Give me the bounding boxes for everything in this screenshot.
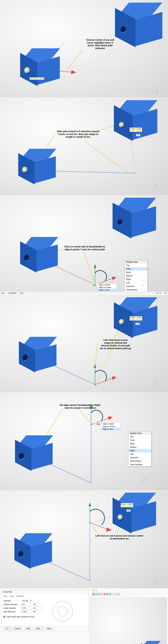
help-button[interactable]: Help — [24, 627, 33, 630]
tool-icon[interactable] — [98, 593, 100, 595]
align-label: Align — [95, 422, 102, 426]
wt-label: Wall Thickness — [3, 611, 20, 613]
tab-setup[interactable]: Setup — [9, 595, 14, 597]
more-button[interactable]: More... — [45, 627, 55, 630]
menu-bottom[interactable]: Bottom — [125, 274, 148, 278]
dyna-handle-ball[interactable] — [90, 424, 92, 425]
menu-top[interactable]: Top — [125, 264, 148, 267]
angle-readout: DZ Ang = 0.0000 — [29, 77, 44, 80]
view-context-menu[interactable]: Display View Top Front Back Bottom Right… — [128, 432, 152, 466]
svg-marker-20 — [94, 364, 96, 368]
align-submenu[interactable]: Align Align to World Align to CPlane Ali… — [97, 283, 117, 291]
toolbar[interactable] — [91, 592, 121, 596]
align-to-world[interactable]: Align to World — [98, 284, 117, 286]
standard-select[interactable]: No Std — [21, 599, 32, 602]
svg-marker-15 — [112, 277, 117, 280]
ctrl-indicator: Ctrl — [126, 510, 131, 512]
menu-isometric[interactable]: Isometric — [128, 456, 151, 460]
align-to-view[interactable]: Align to View — [98, 289, 117, 291]
svg-line-21 — [96, 378, 113, 384]
svg-line-17 — [84, 251, 94, 281]
length-angle-tag: Length = 4.4462Angle = 0.0000 — [130, 128, 142, 132]
menu-display-view[interactable]: Display View — [125, 260, 148, 264]
chain-select-label: Chain select pipe centerline curves — [6, 616, 34, 618]
svg-line-41 — [92, 526, 99, 536]
menu-right[interactable]: Right — [128, 449, 151, 452]
wt-input[interactable] — [21, 610, 32, 613]
panel-4: Left click Green arrow snaps to vertical… — [0, 295, 168, 393]
menu-bottom[interactable]: Bottom — [128, 446, 151, 449]
tab-pipe[interactable]: Pipe — [3, 595, 7, 597]
edit-button[interactable]: Edit... — [34, 627, 43, 630]
panel-6: Left click on red X arrow and choose cen… — [0, 491, 168, 588]
menu-axon[interactable]: Axonometric — [125, 288, 148, 292]
annotation: Left click on red X arrow and choose cen… — [92, 534, 146, 540]
menu-top[interactable]: Top — [128, 435, 151, 438]
menu-display-view[interactable]: Display View — [128, 432, 151, 435]
swept-pipe-dialog[interactable]: Swept Pipe Pipe Setup Attributes Standar… — [1, 590, 89, 632]
length-angle-tag: Length = 3.3981Angle = 0.0000 — [121, 503, 133, 507]
align-to-view[interactable]: Align to View — [101, 428, 120, 430]
svg-line-24 — [95, 342, 97, 367]
id-input[interactable] — [21, 607, 32, 610]
align-submenu[interactable]: Align Align to World Align to CPlane Ali… — [101, 422, 121, 430]
align-to-cplane[interactable]: Align to CPlane — [98, 286, 117, 289]
id-unit[interactable] — [33, 607, 43, 610]
tool-icon[interactable] — [95, 593, 97, 595]
menu-back[interactable]: Back — [125, 271, 148, 274]
panel-7: x 90 0 Swept Pipe Pipe Setup Attributes … — [0, 588, 168, 644]
axis-triad: Z C X — [153, 578, 159, 584]
align-label: Align — [91, 284, 98, 286]
svg-marker-37 — [88, 502, 91, 506]
annotation: Choose Center of arc and hover highlight… — [82, 39, 118, 50]
svg-marker-13 — [94, 264, 96, 268]
menu-viewnum[interactable]: View Number — [128, 463, 151, 466]
svg-line-39 — [90, 523, 108, 529]
svg-line-5 — [68, 51, 82, 68]
dyna-handle-ball[interactable] — [89, 522, 91, 524]
panel-1: Choose Center of arc and hover highlight… — [0, 0, 168, 98]
menu-left[interactable]: Left — [128, 452, 151, 456]
od-label: Outside Diameter — [3, 604, 20, 606]
svg-line-10 — [85, 141, 128, 173]
menu-axon[interactable]: Axonometric — [128, 460, 151, 463]
view-context-menu[interactable]: Display View Top Front Back Bottom Right… — [124, 260, 148, 295]
align-to-cplane[interactable]: Align to CPlane — [101, 425, 120, 428]
svg-marker-22 — [112, 376, 117, 380]
panel-3: Click on center ball of DynaHandle to al… — [0, 196, 168, 295]
standard-label: Standard — [3, 600, 20, 602]
dyna-handle-ball[interactable] — [94, 384, 96, 385]
wt-unit[interactable] — [33, 610, 43, 613]
tool-icon[interactable] — [118, 593, 120, 595]
cancel-button[interactable]: Cancel — [12, 627, 23, 630]
menu-front[interactable]: Front — [125, 267, 148, 271]
annotation: With path locked in X direction choose C… — [54, 130, 103, 138]
svg-marker-31 — [108, 416, 113, 420]
svg-marker-40 — [106, 528, 112, 532]
pipe-preview-inner — [57, 606, 68, 616]
axis-triad: Z C X — [141, 280, 148, 287]
annotation: Click on center ball of DynaHandle to al… — [59, 245, 110, 251]
align-to-world[interactable]: Align to World — [101, 422, 120, 425]
ok-button[interactable]: OK — [3, 627, 11, 630]
ctrl-indicator: Ctrl — [136, 134, 140, 136]
tool-icon[interactable] — [109, 593, 111, 595]
tool-icon[interactable] — [112, 593, 114, 595]
tool-icon[interactable] — [101, 593, 103, 595]
status-bar: A=1 S=0.6607 XC= IV = 1 IN — [0, 292, 168, 295]
mini-viewport[interactable]: Z C X — [90, 598, 167, 644]
menu-back[interactable]: Back — [128, 442, 151, 446]
tab-attributes[interactable]: Attributes — [16, 595, 24, 597]
tool-icon[interactable] — [104, 593, 106, 595]
menu-front[interactable]: Front — [128, 438, 151, 442]
axis-triad: Z C X — [153, 382, 159, 389]
od-input[interactable] — [21, 603, 32, 606]
od-unit[interactable] — [33, 603, 43, 606]
dialog-title: Swept Pipe — [2, 590, 89, 594]
tool-icon[interactable] — [92, 593, 94, 595]
chain-select-checkbox[interactable] — [3, 616, 5, 618]
annotation: Left click Green arrow snaps to vertical… — [97, 339, 133, 350]
tool-icon[interactable] — [115, 593, 117, 595]
tool-icon[interactable] — [106, 593, 108, 595]
panel-5: Re-align sketch DynaHandle to Right view… — [0, 393, 168, 491]
